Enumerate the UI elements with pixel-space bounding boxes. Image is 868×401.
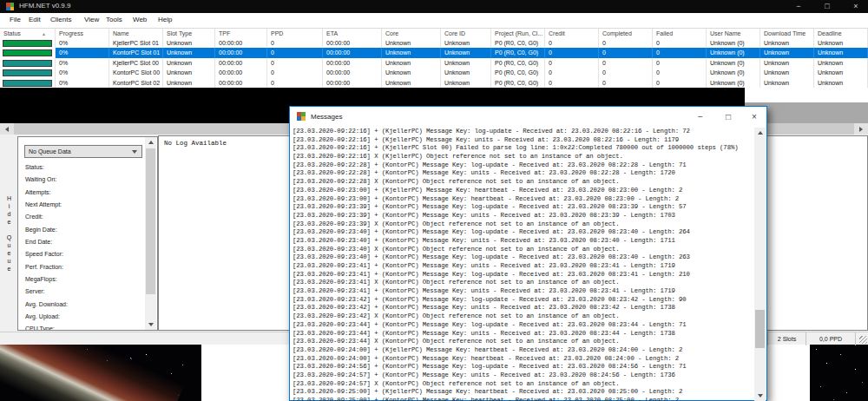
log-line: [23.03.2020-09:24:00] + (KontorPC) Messa…: [293, 355, 754, 364]
cell-core: Unknown: [382, 78, 441, 88]
scroll-left-icon[interactable]: [0, 123, 14, 135]
column-header-slot-type[interactable]: Slot Type: [163, 29, 215, 38]
menu-help[interactable]: Help: [155, 16, 174, 23]
queue-label-end-date: End Date:: [25, 239, 52, 245]
cell-credit: 0: [545, 68, 599, 77]
close-icon[interactable]: ×: [741, 107, 767, 127]
cell-failed: 0: [653, 38, 707, 48]
progress-bar-cell: [0, 38, 56, 48]
column-header-status[interactable]: Status▲: [0, 29, 56, 38]
column-header-core[interactable]: Core: [382, 29, 441, 38]
column-header-tpf[interactable]: TPF: [215, 29, 267, 38]
log-line: [23.03.2020-09:22:28] X (KontorPC) Objec…: [293, 178, 754, 187]
background-window-left: [201, 345, 292, 401]
cell-name: KjellerPC Slot 01: [109, 38, 163, 48]
scroll-right-icon[interactable]: [854, 123, 868, 135]
log-line: [23.03.2020-09:22:16] + (KjellerPC Slot …: [293, 144, 754, 153]
column-header-core-id[interactable]: Core ID: [441, 29, 491, 38]
cell-project: P0 (R0, C0, G0): [491, 38, 545, 48]
cell-eta: 00:00:00: [323, 38, 382, 48]
messages-vertical-scrollbar[interactable]: [754, 128, 766, 401]
queue-label-next-attempt: Next Attempt:: [25, 201, 62, 207]
status-slots-count: 2 Slots: [767, 332, 806, 345]
column-header-deadline[interactable]: Deadline: [814, 29, 868, 38]
cell-ppd: 0: [267, 38, 323, 48]
column-header-download-time[interactable]: Download Time: [760, 29, 814, 38]
log-line: [23.03.2020-09:23:42] + (KontorPC) Messa…: [293, 296, 754, 305]
scrollbar-thumb[interactable]: [755, 310, 765, 348]
menu-clients[interactable]: Clients: [48, 16, 74, 23]
log-line: [23.03.2020-09:23:42] X (KontorPC) Objec…: [293, 312, 754, 321]
column-header-ppd[interactable]: PPD: [267, 29, 323, 38]
menu-view[interactable]: View: [82, 16, 102, 23]
cell-slot-type: Unknown: [163, 48, 215, 57]
cell-download-time: Unknown: [760, 38, 814, 48]
menu-web[interactable]: Web: [130, 16, 149, 23]
queue-label-waiting-on: Waiting On:: [25, 176, 56, 182]
column-header-completed[interactable]: Completed: [599, 29, 653, 38]
maximize-icon[interactable]: □: [814, 0, 840, 13]
cell-core-id: Unknown: [441, 38, 491, 48]
column-header-user-name[interactable]: User Name: [707, 29, 760, 38]
minimize-icon[interactable]: −: [786, 0, 812, 13]
cell-download-time: Unknown: [760, 78, 814, 88]
cell-progress: 0%: [56, 58, 109, 68]
column-header-progress[interactable]: Progress: [56, 29, 109, 38]
cell-progress: 0%: [56, 78, 109, 88]
messages-window: Messages − □ × [23.03.2020-09:22:16] + (…: [289, 106, 767, 401]
scroll-down-icon[interactable]: [754, 391, 766, 401]
log-line: [23.03.2020-09:23:44] X (KontorPC) Objec…: [293, 338, 754, 346]
queue-label-avg-download: Avg. Download:: [25, 301, 68, 307]
scroll-up-icon[interactable]: [754, 128, 766, 138]
queue-label-speed-factor: Speed Factor:: [25, 251, 63, 257]
column-header-credit[interactable]: Credit: [545, 29, 599, 38]
log-line: [23.03.2020-09:23:41] + (KontorPC) Messa…: [293, 287, 754, 296]
log-line: [23.03.2020-09:23:41] X (KontorPC) Objec…: [293, 279, 754, 287]
log-line: [23.03.2020-09:23:44] + (KontorPC) Messa…: [293, 330, 754, 339]
queue-data-dropdown[interactable]: No Queue Data: [24, 145, 142, 158]
column-header-project[interactable]: Project (Run, Cl...: [491, 29, 545, 38]
minimize-icon[interactable]: −: [687, 107, 713, 127]
resize-grip[interactable]: [859, 336, 867, 344]
scroll-down-icon[interactable]: [145, 319, 156, 330]
hide-queue-button[interactable]: Hide Queue: [2, 136, 16, 330]
cell-completed: 0: [599, 78, 653, 88]
cell-user-name: Unknown (0): [707, 48, 760, 57]
messages-titlebar[interactable]: Messages − □ ×: [290, 107, 766, 127]
log-line: [23.03.2020-09:23:41] + (KontorPC) Messa…: [293, 271, 754, 279]
column-header-eta[interactable]: ETA: [323, 29, 382, 38]
queue-label-server: Server:: [25, 288, 45, 294]
cell-tpf: 00:00:00: [215, 78, 267, 88]
menu-file[interactable]: File: [7, 16, 23, 23]
cell-tpf: 00:00:00: [215, 48, 267, 57]
log-line: [23.03.2020-09:24:57] X (KontorPC) Objec…: [293, 380, 754, 389]
menu-tools[interactable]: Tools: [103, 16, 125, 23]
scrollbar-thumb[interactable]: [146, 148, 155, 294]
queue-label-begin-date: Begin Date:: [25, 227, 57, 233]
column-header-name[interactable]: Name: [109, 29, 163, 38]
log-line: [23.03.2020-09:23:00] + (KjellerPC) Mess…: [293, 187, 754, 195]
progress-bar-cell: [0, 68, 56, 77]
log-line: [23.03.2020-09:22:28] + (KontorPC) Messa…: [293, 169, 754, 178]
log-line: [23.03.2020-09:23:44] + (KontorPC) Messa…: [293, 321, 754, 330]
maximize-icon[interactable]: □: [715, 107, 741, 127]
cell-name: KjellerPC Slot 00: [109, 58, 163, 68]
queue-dropdown-value: No Queue Data: [29, 148, 71, 154]
queue-vertical-scrollbar[interactable]: [145, 137, 156, 330]
cell-ppd: 0: [267, 78, 323, 88]
scroll-up-icon[interactable]: [145, 137, 156, 148]
log-line: [23.03.2020-09:23:39] + (KontorPC) Messa…: [293, 212, 754, 220]
cell-core: Unknown: [382, 58, 441, 68]
messages-log-text[interactable]: [23.03.2020-09:22:16] + (KjellerPC) Mess…: [293, 128, 754, 401]
cell-project: P0 (R0, C0, G0): [491, 48, 545, 57]
log-line: [23.03.2020-09:22:16] + (KjellerPC) Mess…: [293, 136, 754, 145]
log-line: [23.03.2020-09:24:56] + (KontorPC) Messa…: [293, 363, 754, 371]
menu-edit[interactable]: Edit: [26, 16, 43, 23]
close-icon[interactable]: ×: [843, 0, 868, 13]
cell-completed: 0: [599, 58, 653, 68]
cell-credit: 0: [545, 38, 599, 48]
cell-user-name: Unknown (0): [707, 38, 760, 48]
column-header-failed[interactable]: Failed: [653, 29, 707, 38]
cell-deadline: Unknown: [814, 38, 868, 48]
app-icon: [297, 112, 306, 121]
